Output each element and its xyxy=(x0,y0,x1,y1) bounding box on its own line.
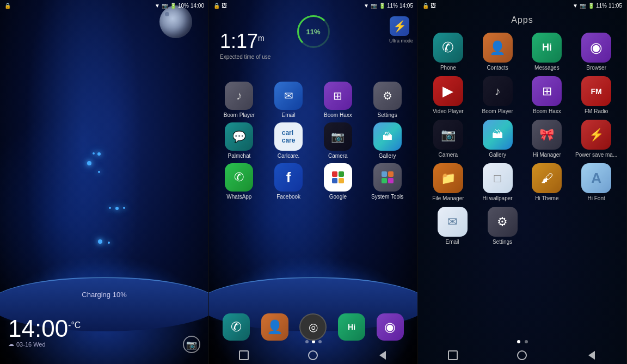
signal-icon-3: ▼ xyxy=(573,3,578,9)
drawer-hi-font[interactable]: A Hi Font xyxy=(577,163,616,201)
nav-back-button-3[interactable] xyxy=(586,350,597,361)
drawer-boom-player[interactable]: ♪ Boom Player xyxy=(478,76,517,114)
drawer-power-save[interactable]: ⚡ Power save ma... xyxy=(577,120,616,158)
app-label-settings: Settings xyxy=(378,112,397,118)
app-icon-gallery: 🏔 xyxy=(373,122,402,151)
apps-dot-1 xyxy=(517,340,520,343)
app-google[interactable]: Google xyxy=(319,163,357,200)
lock-date: ☁ 03-16 Wed xyxy=(8,341,81,348)
app-label-facebook: Facebook xyxy=(276,194,300,200)
contacts-icon: 👤 xyxy=(267,319,283,335)
drawer-browser-label: Browser xyxy=(586,65,606,71)
drawer-gallery-label: Gallery xyxy=(489,152,506,158)
drawer-camera[interactable]: 📷 Camera xyxy=(429,120,467,158)
drawer-hi-font-label: Hi Font xyxy=(588,195,605,201)
fm-text-icon: FM xyxy=(591,87,602,96)
drawer-browser[interactable]: ◉ Browser xyxy=(577,33,616,71)
apps-grid: ✆ Phone 👤 Contacts Hi Messages ◉ xyxy=(418,33,626,250)
theme-brush-icon: 🖌 xyxy=(541,171,553,186)
dock-hi[interactable]: Hi xyxy=(338,313,365,341)
phone-icon: ✆ xyxy=(231,319,242,335)
browser-drawer-icon: ◉ xyxy=(590,39,603,56)
app-carlcare[interactable]: carlcare Carlcare. xyxy=(269,122,308,159)
app-boom-player[interactable]: ♪ Boom Player xyxy=(220,82,258,118)
app-icon-system-tools xyxy=(373,163,402,192)
apps-row-2: ▶ Video Player ♪ Boom Player ⊞ Boom Haxx… xyxy=(423,76,621,114)
app-email[interactable]: ✉ Email xyxy=(269,82,308,118)
drawer-hi-manager[interactable]: 🎀 Hi Manager xyxy=(528,120,566,158)
apps-row-5: ✉ Email ⚙ Settings xyxy=(423,207,621,245)
nav-recent-button-3[interactable] xyxy=(447,350,458,361)
drawer-settings[interactable]: ⚙ Settings xyxy=(483,207,521,245)
drawer-contacts-label: Contacts xyxy=(487,65,508,71)
dock-browser[interactable]: ◉ xyxy=(377,313,404,341)
carlcare-text-icon: carlcare xyxy=(282,129,296,144)
drawer-power-save-label: Power save ma... xyxy=(575,152,617,158)
dock-launcher[interactable]: ◎ xyxy=(299,313,327,341)
lock-date-value: 03-16 Wed xyxy=(16,341,46,348)
drawer-hi-wallpaper[interactable]: □ Hi wallpaper xyxy=(478,163,517,201)
music-note-icon: ♪ xyxy=(236,89,242,103)
app-gallery[interactable]: 🏔 Gallery xyxy=(368,122,407,159)
app-label-boom-player: Boom Player xyxy=(224,112,255,118)
lock-screen-panel: 🔒 ▼ 📷 🔋 10% 14:00 xyxy=(0,0,209,364)
lock-camera-button[interactable]: 📷 xyxy=(183,336,200,353)
status-right-3: ▼ 📷 🔋 11% 11:05 xyxy=(573,3,622,9)
glow-dot xyxy=(108,242,110,244)
drawer-contacts-icon: 👤 xyxy=(483,33,513,63)
app-boom-haxx[interactable]: ⊞ Boom Haxx xyxy=(319,82,357,118)
drawer-contacts[interactable]: 👤 Contacts xyxy=(478,33,517,71)
lock-time-value: 14:00 xyxy=(8,315,68,342)
clock-digits: 1:17 xyxy=(220,30,258,52)
drawer-gallery[interactable]: 🏔 Gallery xyxy=(478,120,517,158)
app-icon-carlcare: carlcare xyxy=(274,122,303,151)
ultra-mode-button[interactable]: ⚡ xyxy=(390,16,409,36)
battery-fill xyxy=(297,15,330,48)
lightning-power-icon: ⚡ xyxy=(589,128,604,142)
app-row-2: 💬 Palmchat carlcare Carlcare. 📷 Camera 🏔 xyxy=(214,122,412,159)
app-row-1: ♪ Boom Player ✉ Email ⊞ Boom Haxx ⚙ xyxy=(214,82,412,118)
drawer-file-manager[interactable]: 📁 File Manager xyxy=(429,163,467,201)
nav-bar-2 xyxy=(209,347,417,364)
app-settings[interactable]: ⚙ Settings xyxy=(368,82,407,118)
status-right-1: ▼ 📷 🔋 10% 14:00 xyxy=(155,3,204,9)
drawer-phone-label: Phone xyxy=(440,65,456,71)
nav-home-button-3[interactable] xyxy=(517,350,527,361)
battery-icon-1: 🔋 xyxy=(170,3,176,9)
drawer-fm-radio[interactable]: FM FM Radio xyxy=(577,76,616,114)
app-facebook[interactable]: f Facebook xyxy=(269,163,308,200)
app-label-carlcare: Carlcare. xyxy=(278,153,300,159)
drawer-file-manager-icon: 📁 xyxy=(433,163,463,193)
app-camera[interactable]: 📷 Camera xyxy=(319,122,357,159)
drawer-phone[interactable]: ✆ Phone xyxy=(429,33,467,71)
drawer-email-icon: ✉ xyxy=(438,207,468,237)
app-system-tools[interactable]: System Tools xyxy=(368,163,407,200)
nav-back-button[interactable] xyxy=(377,350,388,361)
dock-contacts[interactable]: 👤 xyxy=(261,313,288,341)
app-icon-boom-player: ♪ xyxy=(225,82,253,110)
apps-dot-2 xyxy=(525,340,528,343)
nav-home-button[interactable] xyxy=(308,350,318,361)
app-label-email: Email xyxy=(282,112,296,118)
drawer-boom-haxx-icon: ⊞ xyxy=(532,76,562,106)
drawer-hi-theme-icon: 🖌 xyxy=(532,163,562,193)
dock-phone[interactable]: ✆ xyxy=(223,313,250,341)
drawer-video-player[interactable]: ▶ Video Player xyxy=(429,76,467,114)
camera-icon: 📷 xyxy=(186,340,197,350)
drawer-messages[interactable]: Hi Messages xyxy=(528,33,566,71)
app-icon-settings: ⚙ xyxy=(373,82,402,110)
nav-recent-button[interactable] xyxy=(238,350,249,361)
status-bar-3: 🔒 🖼 ▼ 📷 🔋 11% 11:05 xyxy=(418,0,626,11)
phone-drawer-icon: ✆ xyxy=(442,39,454,56)
drawer-boom-haxx[interactable]: ⊞ Boom Haxx xyxy=(528,76,566,114)
settings-drawer-icon: ⚙ xyxy=(497,215,508,229)
drawer-email[interactable]: ✉ Email xyxy=(433,207,471,245)
status-right-2: ▼ 📷 🔋 11% 14:05 xyxy=(364,3,413,9)
app-whatsapp[interactable]: ✆ WhatsApp xyxy=(220,163,258,200)
tools-grid-icon xyxy=(379,169,396,186)
google-grid-icon xyxy=(330,169,346,186)
drawer-power-save-icon: ⚡ xyxy=(581,120,611,150)
app-palmchat[interactable]: 💬 Palmchat xyxy=(220,122,258,159)
drawer-hi-theme[interactable]: 🖌 Hi Theme xyxy=(528,163,566,201)
lock-temp: -°C xyxy=(68,320,81,330)
